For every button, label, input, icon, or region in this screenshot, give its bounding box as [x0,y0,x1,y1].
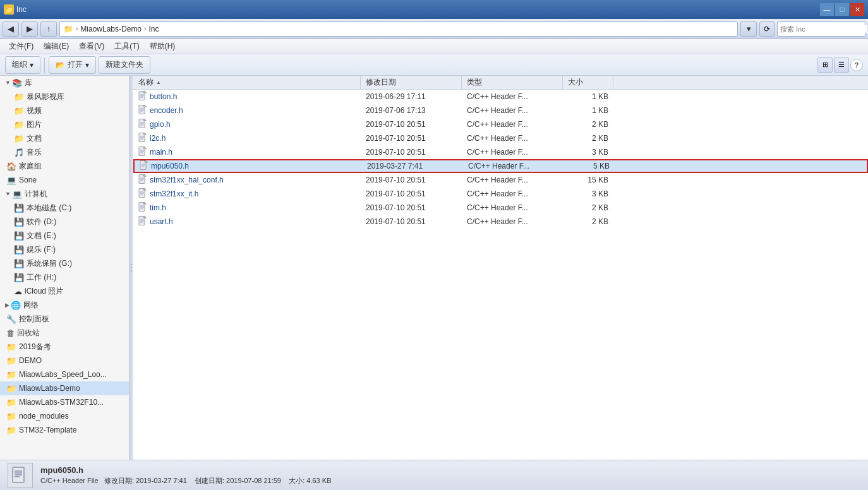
sidebar-item-drive-g[interactable]: 💾 系统保留 (G:) [0,256,129,270]
file-header: 名称 ▲ 修改日期 类型 大小 [133,76,868,90]
file-icon [140,160,148,172]
sidebar-item-label: 2019备考 [19,342,51,352]
sidebar-item-pictures[interactable]: 📁 图片 [0,117,129,131]
sidebar-item-homegroup[interactable]: 🏠 家庭组 [0,159,129,173]
sidebar-item-label: 软件 (D:) [27,217,56,227]
sidebar-item-sone[interactable]: 💻 Sone [0,173,129,187]
file-icon [138,216,147,228]
table-row[interactable]: tim.h 2019-07-10 20:51 C/C++ Header F...… [133,201,868,215]
organize-label: 组织 [12,59,27,70]
status-size-label: 大小: [289,477,304,484]
open-button[interactable]: 📂 打开 ▾ [49,56,96,74]
sidebar-item-bfys[interactable]: 📁 暴风影视库 [0,90,129,104]
minimize-button[interactable]: — [820,3,834,16]
file-name-cell: stm32f1xx_hal_conf.h [133,173,361,187]
table-row[interactable]: stm32f1xx_it.h 2019-07-10 20:51 C/C++ He… [133,187,868,201]
sidebar-item-icloud[interactable]: ☁ iCloud 照片 [0,284,129,298]
folder-icon: 📁 [6,342,16,352]
sidebar-item-label: node_modules [19,412,69,421]
path-segment-2: Inc [148,25,159,33]
view-toggle-button[interactable]: ⊞ [817,57,833,73]
file-date-cell: 2019-07-10 20:51 [361,131,462,145]
sidebar-item-2019[interactable]: 📁 2019备考 [0,340,129,354]
view-list-button[interactable]: ☰ [834,57,849,73]
address-path[interactable]: 📁 › MiaowLabs-Demo › Inc [59,21,738,37]
sidebar-item-recycle[interactable]: 🗑 回收站 [0,326,129,340]
file-date-cell: 2019-07-10 20:51 [361,117,462,131]
help-button[interactable]: ? [850,59,863,71]
table-row[interactable]: mpu6050.h 2019-03-27 7:41 C/C++ Header F… [133,159,868,173]
sidebar-item-node-modules[interactable]: 📁 node_modules [0,409,129,423]
table-row[interactable]: button.h 2019-06-29 17:11 C/C++ Header F… [133,90,868,104]
search-box[interactable]: 🔍 [777,21,865,37]
folder-icon: 📁 [14,120,24,129]
sidebar-item-label: 文档 [27,133,42,144]
recent-button[interactable]: ▾ [740,21,757,37]
computer-icon: 💻 [12,189,22,199]
table-row[interactable]: usart.h 2019-07-10 20:51 C/C++ Header F.… [133,215,868,229]
sidebar-item-drive-d[interactable]: 💾 软件 (D:) [0,215,129,229]
cloud-icon: ☁ [14,287,22,296]
file-name-text: stm32f1xx_it.h [150,189,198,198]
table-row[interactable]: stm32f1xx_hal_conf.h 2019-07-10 20:51 C/… [133,173,868,187]
sidebar-item-computer[interactable]: ▼ 💻 计算机 [0,187,129,201]
file-name-text: button.h [150,92,177,101]
search-input[interactable] [780,25,867,33]
sidebar-item-stm32-template[interactable]: 📁 STM32-Template [0,423,129,437]
status-info: mpu6050.h C/C++ Header File 修改日期: 2019-0… [40,465,331,486]
sidebar-item-drive-f[interactable]: 💾 娱乐 (F:) [0,242,129,256]
table-row[interactable]: encoder.h 2019-07-06 17:13 C/C++ Header … [133,104,868,117]
col-header-name[interactable]: 名称 ▲ [133,76,361,89]
file-name-text: tim.h [150,203,166,212]
organize-button[interactable]: 组织 ▾ [5,56,40,74]
menu-view[interactable]: 查看(V) [74,40,109,53]
col-header-size[interactable]: 大小 [563,76,613,89]
sidebar-item-miaowlabs-speed[interactable]: 📁 MiaowLabs_Speed_Loo... [0,368,129,381]
sidebar-item-label: 网络 [23,300,39,311]
status-bar: mpu6050.h C/C++ Header File 修改日期: 2019-0… [0,460,868,490]
sidebar-item-label: 家庭组 [19,161,42,172]
menu-file[interactable]: 文件(F) [4,40,39,53]
sidebar-item-video[interactable]: 📁 视频 [0,104,129,117]
sidebar-item-demo[interactable]: 📁 DEMO [0,354,129,368]
table-row[interactable]: gpio.h 2019-07-10 20:51 C/C++ Header F..… [133,117,868,131]
controlpanel-icon: 🔧 [6,314,16,324]
sidebar-item-controlpanel[interactable]: 🔧 控制面板 [0,312,129,326]
refresh-button[interactable]: ⟳ [759,21,775,37]
close-button[interactable]: ✕ [850,3,864,16]
sidebar-item-drive-h[interactable]: 💾 工作 (H:) [0,270,129,284]
file-date-cell: 2019-07-10 20:51 [361,215,462,229]
file-date-cell: 2019-07-10 20:51 [361,187,462,201]
sidebar-item-miaowlabs-demo[interactable]: 📁 MiaowLabs-Demo [0,381,129,395]
up-button[interactable]: ↑ [40,21,57,37]
sidebar-item-drive-c[interactable]: 💾 本地磁盘 (C:) [0,201,129,215]
status-created-date: 2019-07-08 21:59 [226,477,281,484]
sidebar-item-music[interactable]: 🎵 音乐 [0,145,129,159]
sidebar-item-library[interactable]: ▼ 📚 库 [0,76,129,90]
sidebar-item-label: 工作 (H:) [27,272,56,283]
col-header-type[interactable]: 类型 [462,76,563,89]
sidebar-item-drive-e[interactable]: 💾 文档 (E:) [0,229,129,242]
menu-edit[interactable]: 编辑(E) [39,40,74,53]
file-name-text: usart.h [150,217,173,226]
sidebar-item-documents[interactable]: 📁 文档 [0,131,129,145]
sidebar-item-label: 计算机 [25,189,47,200]
menu-help[interactable]: 帮助(H) [145,40,181,53]
new-folder-button[interactable]: 新建文件夹 [99,56,150,74]
back-button[interactable]: ◀ [3,21,19,37]
maximize-button[interactable]: □ [835,3,849,16]
file-name-cell: stm32f1xx_it.h [133,187,361,201]
sidebar-item-miaowlabs-stm32[interactable]: 📁 MiaowLabs-STM32F10... [0,395,129,409]
forward-button[interactable]: ▶ [21,21,38,37]
table-row[interactable]: i2c.h 2019-07-10 20:51 C/C++ Header F...… [133,131,868,145]
col-header-date[interactable]: 修改日期 [361,76,462,89]
homegroup-icon: 🏠 [6,162,16,171]
file-size-cell: 1 KB [563,104,613,117]
folder-icon: 📁 [6,412,16,421]
sidebar-item-network[interactable]: ▶ 🌐 网络 [0,298,129,312]
menu-tools[interactable]: 工具(T) [109,40,144,53]
file-date-cell: 2019-07-10 20:51 [361,145,462,159]
sidebar-item-label: 系统保留 (G:) [27,258,72,269]
address-bar: ◀ ▶ ↑ 📁 › MiaowLabs-Demo › Inc ▾ ⟳ 🔍 [0,19,868,39]
table-row[interactable]: main.h 2019-07-10 20:51 C/C++ Header F..… [133,145,868,159]
